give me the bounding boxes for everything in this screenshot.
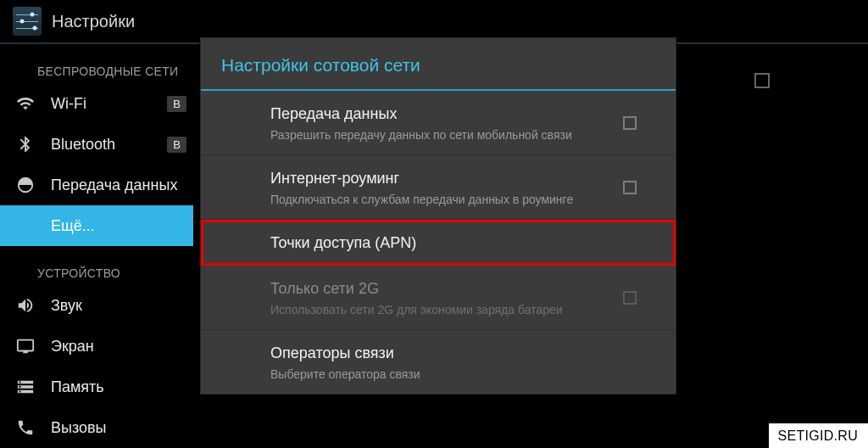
row-2g-only: Только сети 2GИспользовать сети 2G для э…	[201, 266, 676, 330]
data-icon	[0, 176, 51, 194]
dialog-title: Настройки сотовой сети	[201, 38, 676, 89]
row-title: Точки доступа (APN)	[270, 232, 612, 254]
bluetooth-icon	[0, 135, 51, 154]
row-apn[interactable]: Точки доступа (APN)	[201, 220, 676, 266]
row-title: Интернет-роуминг	[270, 167, 615, 189]
row-operators[interactable]: Операторы связиВыберите оператора связи	[201, 330, 676, 394]
sidebar-item-sound[interactable]: Звук	[0, 285, 193, 326]
sidebar-item-label: Ещё...	[51, 217, 193, 235]
checkbox[interactable]	[623, 181, 637, 194]
sidebar-item-bluetooth[interactable]: BluetoothВ	[0, 124, 193, 165]
sidebar-item-data[interactable]: Передача данных	[0, 165, 193, 205]
sidebar-item-more[interactable]: Ещё...	[0, 205, 193, 246]
toggle-pill[interactable]: В	[167, 137, 186, 153]
checkbox[interactable]	[623, 116, 637, 130]
sidebar-item-display[interactable]: Экран	[0, 326, 193, 367]
row-subtitle: Использовать сети 2G для экономии заряда…	[270, 302, 615, 317]
sidebar-item-label: Память	[51, 378, 193, 396]
display-icon	[0, 337, 51, 356]
settings-sidebar: БЕСПРОВОДНЫЕ СЕТИWi-FiВBluetoothВПередач…	[0, 44, 193, 448]
toggle-pill[interactable]: В	[167, 96, 186, 112]
sidebar-item-wifi[interactable]: Wi-FiВ	[0, 83, 193, 124]
row-subtitle: Выберите оператора связи	[270, 367, 615, 382]
dialog-list: Передача данныхРазрешить передачу данных…	[201, 91, 676, 394]
sidebar-item-label: Bluetooth	[51, 136, 167, 154]
wifi-icon	[0, 94, 51, 113]
watermark: SETIGID.RU	[769, 423, 868, 448]
row-subtitle: Разрешить передачу данных по сети мобиль…	[270, 127, 615, 143]
sidebar-item-label: Вызовы	[51, 419, 193, 437]
sound-icon	[0, 296, 51, 315]
app-title: Настройки	[52, 12, 135, 31]
sidebar-item-storage[interactable]: Память	[0, 367, 193, 407]
sidebar-item-label: Экран	[51, 338, 193, 356]
row-title: Передача данных	[270, 103, 615, 125]
checkbox-placeholder[interactable]	[754, 73, 770, 88]
section-label: БЕСПРОВОДНЫЕ СЕТИ	[0, 44, 193, 83]
row-title: Операторы связи	[270, 342, 615, 364]
row-subtitle: Подключаться к службам передачи данных в…	[270, 192, 615, 207]
row-data-enabled[interactable]: Передача данныхРазрешить передачу данных…	[201, 91, 676, 155]
sidebar-item-label: Передача данных	[51, 176, 193, 194]
calls-icon	[0, 418, 51, 437]
cellular-settings-dialog: Настройки сотовой сети Передача данныхРа…	[200, 37, 676, 395]
sidebar-item-label: Wi-Fi	[51, 95, 167, 113]
section-label: УСТРОЙСТВО	[0, 246, 193, 285]
row-data-roaming[interactable]: Интернет-роумингПодключаться к службам п…	[201, 155, 676, 220]
row-title: Только сети 2G	[270, 277, 615, 300]
checkbox	[623, 291, 637, 305]
storage-icon	[0, 378, 51, 396]
app-bar: Настройки	[0, 0, 868, 42]
sidebar-item-calls[interactable]: Вызовы	[0, 407, 193, 448]
settings-app-icon	[13, 7, 42, 36]
sidebar-item-label: Звук	[51, 297, 193, 315]
